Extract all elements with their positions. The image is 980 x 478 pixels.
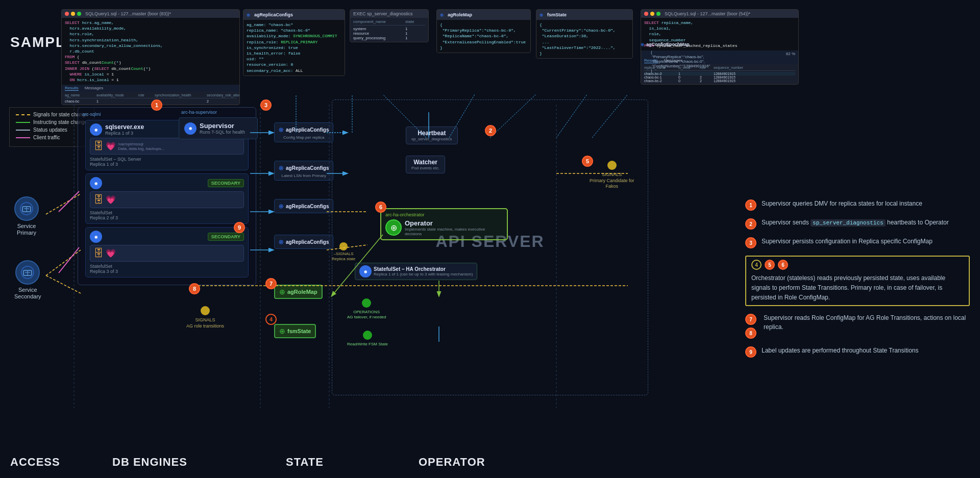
ag-replica-configs-window: ⎈ agReplicaConfigs ag_name: "chaos-bc" r… — [243, 9, 345, 76]
ag-replica-configs-1: ⎈ agReplicaConfigs Config Map per replic… — [274, 122, 333, 142]
sp-title-bar: EXEC sp_server_diagnostics — [350, 10, 428, 18]
minimize-btn[interactable] — [71, 12, 75, 16]
note-3: 3 Supervisor persists configuration in R… — [745, 237, 970, 248]
ag-replica-configs-3: ⎈ agReplicaConfigs — [274, 199, 333, 213]
operator-subtitle: Implements state machine, makes executiv… — [405, 227, 503, 236]
ha-orch-header: ⎈ StatefulSet – HA Orchestrator Replica … — [359, 265, 473, 278]
watcher-title: Watcher — [411, 159, 439, 166]
heartbeat-icon-2: 💗 — [106, 195, 116, 205]
note-text-9: Label updates are performed throughout S… — [762, 346, 919, 355]
ha-orch-info: StatefulSet – HA Orchestrator Replica 1 … — [374, 266, 473, 276]
max-btn-2[interactable] — [656, 12, 660, 16]
heartbeat-subtitle: sp_server_diagnostics — [411, 137, 452, 141]
note-text-1: Supervisor queries DMV for replica state… — [762, 199, 922, 208]
badge-5-note: 5 — [765, 260, 775, 270]
section-state: STATE — [286, 456, 324, 469]
ha-orch-title: StatefulSet – HA Orchestrator — [374, 266, 473, 272]
operator-text: Operator Implements state machine, makes… — [405, 219, 503, 236]
note-badge-2: 2 — [745, 218, 756, 230]
badges-7-8: 7 8 — [745, 313, 756, 339]
sql-query-window-left: SQLQuery1.sql - 127...master (boor (83))… — [61, 9, 240, 105]
supervisor-subtitle: Runs T-SQL for health — [200, 130, 245, 135]
svg-line-0 — [46, 194, 81, 214]
note-7-8: 7 8 Supervisor reads Role ConfigMap for … — [745, 313, 970, 339]
ag-rc-3-title: agReplicaConfigs — [286, 204, 329, 209]
arc-ha-supervisor-label: arc-ha-supervisor — [181, 110, 217, 115]
signals-ag-role-node: SIGNALSAG role transitions — [186, 306, 224, 329]
operations-circle — [362, 298, 371, 308]
watcher-subtitle: Pod events etc. — [411, 166, 439, 170]
k8s-icon-3: ⎈ — [90, 231, 102, 243]
ag-config-epoch-content: { "PrimaryReplica":"chaos-bc", "ReplicaN… — [651, 50, 710, 73]
section-operator: OPERATOR — [419, 456, 485, 469]
ag-rc-3-header: ⎈ agReplicaConfigs — [279, 202, 329, 211]
note-text-4-5-6: Orchestrator (stateless) reads previousl… — [751, 274, 945, 301]
badge-5: 5 — [582, 156, 593, 167]
k8s-icon-1: ⎈ — [90, 123, 102, 136]
statefulset-2-label: StatefulSetReplica 2 of 3 — [90, 210, 244, 220]
secondary-badge-1: SECONDARY — [208, 179, 244, 187]
badge-7: 7 — [265, 278, 277, 289]
ag-replica-configs-4: ⎈ agReplicaConfigs — [274, 235, 333, 249]
ag-role-map-title-bar: ⎈ agRoleMap — [437, 10, 530, 20]
badge-6-note: 6 — [778, 260, 788, 270]
replica-3-container: ⎈ SECONDARY 🗄 💗 StatefulSetReplica 3 of … — [85, 227, 249, 278]
fsm-state-title: fsmState — [287, 328, 311, 334]
operations-label: OPERATIONSAG failover, if needed — [347, 310, 386, 320]
ha-orchestrator-statefulset: ⎈ StatefulSet – HA Orchestrator Replica … — [355, 263, 477, 280]
badge-8-note: 8 — [745, 328, 756, 339]
note-badge-1: 1 — [745, 199, 756, 211]
watcher-box: Watcher Pod events etc. — [406, 156, 445, 173]
operator-icon: ⊕ — [385, 219, 402, 236]
service-primary-node: ServicePrimary — [14, 196, 39, 236]
note-text-2: Supervisor sends sp_server_diagnostics h… — [762, 218, 949, 228]
badge-2: 2 — [485, 125, 496, 136]
ag-rc-1-subtitle: Config Map per replica — [279, 135, 329, 140]
supervisor-box: ⎈ Supervisor Runs T-SQL for health — [179, 117, 258, 139]
svg-line-1 — [46, 250, 81, 275]
sql-icon-2: 🗄 — [93, 194, 104, 206]
k8s-icon-2: ⎈ — [90, 177, 102, 189]
ag-config-epoch-title: SQLQuery1.sql - 127...master (boor (54))… — [641, 10, 798, 18]
signals-primary-label: SIGNALSPrimary Candidate forFakos — [590, 172, 634, 190]
note-1: 1 Supervisor queries DMV for replica sta… — [745, 199, 970, 211]
statefulset-1-label: StatefulSet – SQL ServerReplica 1 of 3 — [90, 157, 244, 167]
supervisor-header: ⎈ Supervisor Runs T-SQL for health — [184, 122, 252, 135]
svg-line-2 — [46, 275, 81, 293]
arc-ha-orchestrator-box: arc-ha-orchestrator ⊕ Operator Implement… — [380, 208, 508, 240]
legend-label-client: Client traffic — [33, 135, 60, 140]
fsm-title-bar: ⎈ fsmState — [536, 10, 632, 20]
badge-4: 4 — [265, 314, 277, 325]
sql-icon-3: 🗄 — [93, 247, 104, 259]
legend-label-status: Status updates — [33, 127, 67, 133]
replica-1-inner: 🗄 💗 /var/opt/mssqlData, data-log, backup… — [90, 138, 244, 155]
fsm-state-window: ⎈ fsmState { "CurrentPrimary":"chaos-bc-… — [536, 9, 633, 59]
fsm-state-header: ⊕ fsmState — [279, 327, 311, 335]
badge-4-container: 4 — [265, 314, 277, 325]
note-2: 2 Supervisor sends sp_server_diagnostics… — [745, 218, 970, 230]
svg-line-4 — [59, 247, 79, 273]
window-title-bar-2: ⎈ agReplicaConfigs — [243, 10, 345, 20]
ag-role-map-content: { "PrimaryReplica":"chaos-bc-0", "Replic… — [437, 20, 530, 53]
maximize-btn[interactable] — [77, 12, 81, 16]
badge-7-note: 7 — [745, 314, 756, 325]
note-badge-3: 3 — [745, 237, 756, 248]
window-title: SQLQuery1.sql - 127...master (boor (83))… — [85, 11, 171, 16]
arc-sqlmi-label: arc-sqlmi — [82, 112, 252, 117]
close-btn-2[interactable] — [644, 12, 648, 16]
ag-role-map-state-header: ⊕ agRoleMap — [279, 288, 317, 296]
ag-rc-2-title: agReplicaConfigs — [286, 165, 329, 171]
statefulset-3-label: StatefulSetReplica 3 of 3 — [90, 264, 244, 274]
api-server-area: API SERVER — [332, 99, 648, 395]
min-btn-2[interactable] — [650, 12, 654, 16]
legend-line-white — [16, 130, 30, 131]
badge-9: 9 — [234, 222, 245, 233]
ag-rc-1-title: agReplicaConfigs — [286, 127, 329, 133]
badge-1: 1 — [151, 99, 162, 111]
close-btn[interactable] — [65, 12, 69, 16]
service-secondary-icon — [15, 260, 40, 285]
ag-rc-1-header: ⎈ agReplicaConfigs — [279, 125, 329, 134]
note-9: 9 Label updates are performed throughout… — [745, 346, 970, 358]
storage-path: /var/opt/mssqlData, data-log, backups... — [118, 142, 164, 151]
results-tab[interactable]: Results Messages — [62, 85, 239, 92]
